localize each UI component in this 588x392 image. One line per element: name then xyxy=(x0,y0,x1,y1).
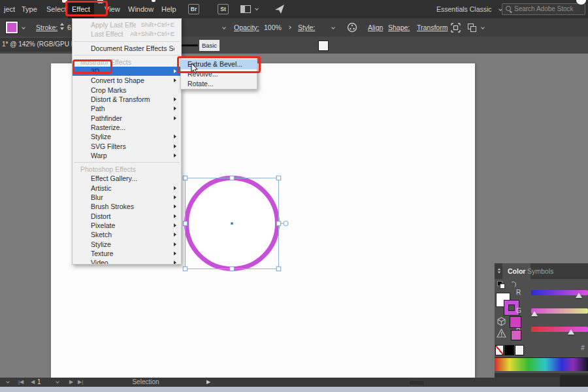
slider-thumb[interactable] xyxy=(568,329,574,335)
menu-item-stylize[interactable]: Stylize xyxy=(73,132,181,141)
menu-item-photoshop-effects: Photoshop Effects xyxy=(73,165,181,174)
opacity-label[interactable]: Opacity: xyxy=(234,18,259,37)
white-swatch[interactable] xyxy=(515,345,524,355)
menu-type[interactable]: Type xyxy=(18,0,41,18)
arrange-documents-chevron-icon[interactable] xyxy=(255,7,259,10)
menu-item-label: Distort xyxy=(91,212,174,221)
menu-select[interactable]: Select xyxy=(42,0,71,18)
menu-item-label: Crop Marks xyxy=(91,86,174,95)
black-swatch[interactable] xyxy=(504,345,514,355)
slider-thumb[interactable] xyxy=(531,311,538,316)
closest-web-color-swatch[interactable] xyxy=(510,316,521,328)
slider-track[interactable] xyxy=(531,308,588,314)
menu-item-document-raster-effects-settings[interactable]: Document Raster Effects Settings... xyxy=(73,44,181,53)
menu-item-label: Video xyxy=(91,258,174,265)
menu-divider xyxy=(74,41,180,42)
menu-item-distort-transform[interactable]: Distort & Transform xyxy=(73,95,181,104)
panel-collapse-icon[interactable] xyxy=(497,268,501,274)
hex-field-label: # xyxy=(581,344,585,351)
menu-item-effect-gallery[interactable]: Effect Gallery... xyxy=(73,174,181,183)
share-icon[interactable] xyxy=(274,4,285,14)
none-color-swatch[interactable] xyxy=(495,345,504,355)
menu-view[interactable]: View xyxy=(101,0,124,18)
status-tool-name: Selection xyxy=(129,378,162,387)
style-chevron-icon[interactable] xyxy=(331,25,335,29)
stock-badge-icon[interactable]: St xyxy=(218,4,229,14)
opacity-value[interactable]: 100% xyxy=(264,18,282,37)
last-artboard[interactable]: ▶| xyxy=(78,378,83,387)
slider-thumb[interactable] xyxy=(576,293,582,298)
fill-swatch-chevron-icon[interactable] xyxy=(22,25,25,29)
submenu-item-rotate[interactable]: Rotate... xyxy=(181,79,257,89)
status-expand-icon[interactable]: ▶ xyxy=(206,378,210,387)
menu-item-blur[interactable]: Blur xyxy=(73,193,181,202)
workspace-switcher[interactable]: Essentials Classic xyxy=(436,0,502,18)
brush-definition-chevron-icon[interactable] xyxy=(222,25,226,29)
scrollbar-thumb[interactable] xyxy=(410,381,424,385)
arrange-documents-icon[interactable] xyxy=(240,5,251,13)
menu-item-illustrator-effects: Illustrator Effects xyxy=(73,57,181,67)
menu-item-distort[interactable]: Distort xyxy=(73,212,181,221)
menu-effect[interactable]: Effect xyxy=(68,0,94,18)
menu-item-label: Illustrator Effects xyxy=(80,57,174,67)
menu-help[interactable]: Help xyxy=(157,0,180,18)
artboard-list-dropdown[interactable] xyxy=(56,378,59,387)
menu-item-convert-to-shape[interactable]: Convert to Shape xyxy=(73,76,181,85)
menu-item-pixelate[interactable]: Pixelate xyxy=(73,221,181,230)
panel-corner-block xyxy=(560,375,588,387)
menu-item-3d[interactable]: 3D xyxy=(73,67,181,76)
search-adobe-stock-input[interactable]: Search Adobe Stock xyxy=(502,3,585,15)
stroke-stepper[interactable] xyxy=(60,23,64,30)
stroke-weight-value[interactable]: 6 xyxy=(67,18,71,37)
stepper-down-icon[interactable] xyxy=(60,27,64,30)
transform-button[interactable]: Transform xyxy=(417,18,448,37)
out-of-gamut-warning-icon[interactable] xyxy=(497,329,506,338)
tab-symbols[interactable]: Symbols xyxy=(527,263,553,279)
slider-track[interactable] xyxy=(531,327,588,332)
brush-definition-value[interactable]: Basic xyxy=(199,40,220,51)
color-panel: Color Symbols RGB # xyxy=(495,263,588,374)
menu-item-stylize[interactable]: Stylize xyxy=(73,240,181,249)
shape-button[interactable]: Shape: xyxy=(388,18,410,37)
submenu-arrow-icon xyxy=(174,78,176,82)
tab-color[interactable]: Color xyxy=(502,263,531,279)
submenu-arrow-icon xyxy=(174,242,176,246)
recolor-artwork-icon[interactable] xyxy=(347,22,357,33)
graphic-style-swatch[interactable] xyxy=(318,41,329,51)
stroke-weight-label[interactable]: Stroke: xyxy=(36,18,57,37)
menu-item-artistic[interactable]: Artistic xyxy=(73,184,181,193)
menu-item-svg-filters[interactable]: SVG Filters xyxy=(73,142,181,151)
menu-window[interactable]: Window xyxy=(124,0,157,18)
align-button[interactable]: Align xyxy=(368,18,383,37)
menu-item-path[interactable]: Path xyxy=(73,104,181,113)
style-label[interactable]: Style: xyxy=(298,18,315,37)
artboard-number[interactable]: 1 xyxy=(37,378,41,387)
isolate-selected-object-icon[interactable] xyxy=(451,23,461,33)
menu-item-apply-last-effect: Apply Last EffectShift+Ctrl+E xyxy=(73,20,181,29)
fill-color-swatch[interactable] xyxy=(5,21,18,34)
color-spectrum-bar[interactable] xyxy=(495,357,588,371)
swap-fill-stroke-icon[interactable] xyxy=(510,281,517,288)
menu-item-pathfinder[interactable]: Pathfinder xyxy=(73,114,181,123)
menu-item-texture[interactable]: Texture xyxy=(73,249,181,258)
select-similar-objects-icon[interactable] xyxy=(468,24,476,31)
select-similar-chevron-icon[interactable] xyxy=(481,25,485,29)
menu-item-warp[interactable]: Warp xyxy=(73,151,181,160)
stepper-up-icon[interactable] xyxy=(60,23,64,25)
next-artboard[interactable]: ▶ xyxy=(69,378,73,387)
menu-ject[interactable]: ject xyxy=(0,0,19,18)
menu-item-brush-strokes[interactable]: Brush Strokes xyxy=(73,202,181,211)
menu-item-rasterize[interactable]: Rasterize... xyxy=(73,123,181,132)
menu-item-sketch[interactable]: Sketch xyxy=(73,230,181,239)
menu-item-shortcut: Shift+Ctrl+E xyxy=(141,20,174,29)
first-artboard[interactable]: |◀ xyxy=(18,378,24,387)
canvas-zoom-dropdown[interactable] xyxy=(7,378,9,387)
document-tab[interactable]: 1* @ 142% (RGB/GPU Pr xyxy=(0,38,73,52)
menu-item-crop-marks[interactable]: Crop Marks xyxy=(73,86,181,95)
menu-item-video[interactable]: Video xyxy=(73,258,181,265)
opacity-expand-chevron-icon[interactable] xyxy=(287,25,291,29)
out-of-web-cube-icon[interactable] xyxy=(497,317,506,326)
bridge-badge-icon[interactable]: Br xyxy=(188,4,199,14)
prev-artboard[interactable]: ◀ xyxy=(31,378,35,387)
closest-gamut-color-swatch[interactable] xyxy=(511,330,521,340)
